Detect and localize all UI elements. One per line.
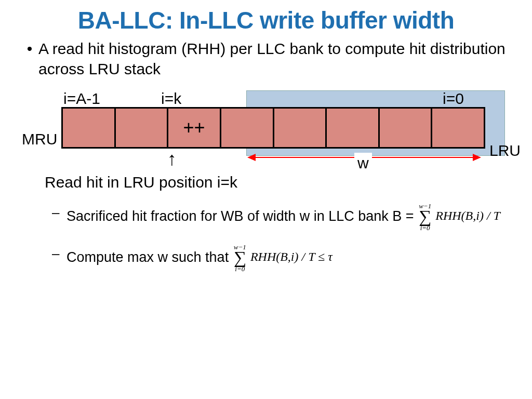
lru-cell xyxy=(116,109,169,147)
equation-2-body: RHH(B,i) / T ≤ τ xyxy=(250,250,332,263)
arrow-left-icon xyxy=(247,154,256,161)
sub-bullet-1: – Sacrificed hit fraction for WB of widt… xyxy=(21,203,511,231)
label-i-a-minus-1: i=A-1 xyxy=(63,88,100,109)
lru-cell xyxy=(274,109,327,147)
lru-cell xyxy=(432,109,484,147)
sigma-symbol: ∑ xyxy=(419,209,431,224)
slide-title: BA-LLC: In-LLC write buffer width xyxy=(0,0,532,38)
diagram-caption: Read hit in LRU position i=k xyxy=(45,172,237,192)
sigma-icon: w−1 ∑ i=0 xyxy=(234,244,246,272)
lru-cell xyxy=(63,109,116,147)
sub2-prefix: Compute max w such that xyxy=(66,249,233,264)
lru-cell-k: ++ xyxy=(168,109,221,147)
arrow-up-icon: ↑ xyxy=(167,150,177,168)
sigma-icon: w−1 ∑ i=0 xyxy=(419,203,431,231)
label-i-equals-k: i=k xyxy=(161,88,181,109)
equation-1: w−1 ∑ i=0 RHH(B,i) / T xyxy=(418,203,500,231)
dash-icon: – xyxy=(52,244,66,272)
lru-cells: ++ xyxy=(61,107,485,149)
lru-stack-diagram: i=A-1 i=k i=0 ++ MRU LRU ↑ w Read hit in… xyxy=(22,81,510,195)
bullet-1-text: A read hit histogram (RHH) per LLC bank … xyxy=(38,38,511,79)
lru-label: LRU xyxy=(489,140,521,161)
bullet-dot-icon: • xyxy=(21,38,38,79)
sum-lower: i=0 xyxy=(420,224,430,231)
lru-cell xyxy=(327,109,380,147)
sub-bullet-1-text: Sacrificed hit fraction for WB of width … xyxy=(66,203,511,231)
dash-icon: – xyxy=(52,203,66,231)
lru-cell xyxy=(221,109,274,147)
bullet-1: • A read hit histogram (RHH) per LLC ban… xyxy=(21,38,511,79)
sigma-symbol: ∑ xyxy=(234,250,246,265)
sub-bullet-2-text: Compute max w such that w−1 ∑ i=0 RHH(B,… xyxy=(66,244,511,272)
w-label: w xyxy=(354,153,372,173)
equation-2: w−1 ∑ i=0 RHH(B,i) / T ≤ τ xyxy=(233,244,332,272)
lru-cell xyxy=(380,109,433,147)
label-i-equals-0: i=0 xyxy=(443,88,464,109)
sub1-prefix: Sacrificed hit fraction for WB of width … xyxy=(66,208,418,224)
mru-label: MRU xyxy=(22,129,57,149)
sub-bullet-2: – Compute max w such that w−1 ∑ i=0 RHH(… xyxy=(21,244,511,272)
slide-body: • A read hit histogram (RHH) per LLC ban… xyxy=(0,38,532,272)
arrow-right-icon xyxy=(473,154,481,161)
equation-1-body: RHH(B,i) / T xyxy=(435,209,500,222)
sum-lower: i=0 xyxy=(235,265,245,272)
